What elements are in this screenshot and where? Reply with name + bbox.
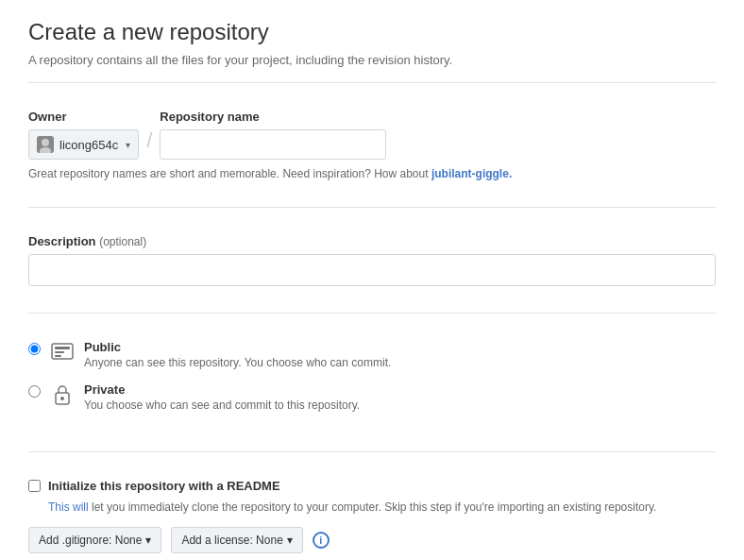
svg-rect-6	[55, 355, 61, 357]
license-dropdown-arrow: ▾	[287, 534, 293, 547]
init-description: This will let you immediately clone the …	[48, 499, 716, 516]
gitignore-dropdown-arrow: ▾	[145, 534, 151, 547]
license-btn-label: Add a license: None	[181, 534, 282, 547]
divider-visibility	[28, 313, 716, 314]
description-input[interactable]	[28, 254, 716, 286]
gitignore-btn-label: Add .gitignore: None	[39, 534, 142, 547]
optional-label: (optional)	[99, 235, 146, 248]
hint-text: Great repository names are short and mem…	[28, 167, 716, 180]
svg-rect-4	[55, 347, 70, 349]
public-content: Public Anyone can see this repository. Y…	[84, 340, 391, 369]
owner-label: Owner	[28, 110, 139, 124]
private-icon	[50, 382, 75, 407]
private-description: You choose who can see and commit to thi…	[84, 399, 360, 412]
private-label[interactable]: Private	[84, 382, 360, 397]
svg-point-8	[60, 397, 64, 400]
owner-repo-section: Owner licong654c ▾ / Repository name Gre…	[28, 94, 716, 195]
license-dropdown-btn[interactable]: Add a license: None ▾	[171, 527, 302, 553]
hint-before: Great repository names are short and mem…	[28, 167, 431, 180]
description-section: Description (optional)	[28, 219, 716, 301]
public-description: Anyone can see this repository. You choo…	[84, 356, 391, 369]
repo-name-field-group: Repository name	[160, 110, 386, 160]
public-icon	[50, 340, 75, 365]
owner-username: licong654c	[59, 138, 118, 152]
divider-top	[28, 82, 716, 83]
visibility-section: Public Anyone can see this repository. Y…	[28, 325, 716, 440]
owner-repo-row: Owner licong654c ▾ / Repository name	[28, 110, 716, 160]
page-title: Create a new repository	[28, 19, 716, 45]
divider-init	[28, 451, 716, 452]
owner-dropdown[interactable]: licong654c ▾	[28, 129, 139, 160]
public-label[interactable]: Public	[84, 340, 391, 354]
svg-rect-5	[55, 351, 64, 353]
public-radio[interactable]	[28, 343, 41, 355]
init-rest-text: let you immediately clone the repository…	[89, 501, 657, 514]
init-section: Initialize this repository with a README…	[28, 464, 716, 560]
divider-description	[28, 207, 716, 208]
page-subtitle: A repository contains all the files for …	[28, 53, 716, 67]
info-icon[interactable]: i	[313, 532, 330, 549]
owner-avatar	[37, 136, 54, 153]
init-will-text: This will	[48, 501, 89, 514]
init-checkbox-row: Initialize this repository with a README	[28, 479, 716, 493]
init-readme-label[interactable]: Initialize this repository with a README	[48, 479, 280, 493]
svg-point-1	[42, 139, 49, 146]
repo-name-label: Repository name	[160, 110, 386, 124]
repo-name-input[interactable]	[160, 129, 386, 160]
gitignore-dropdown-btn[interactable]: Add .gitignore: None ▾	[28, 527, 161, 553]
public-option: Public Anyone can see this repository. Y…	[28, 340, 716, 369]
owner-field-group: Owner licong654c ▾	[28, 110, 139, 160]
hint-suggestion-link[interactable]: jubilant-giggle.	[431, 167, 512, 180]
owner-dropdown-arrow: ▾	[126, 140, 130, 150]
private-radio[interactable]	[28, 385, 41, 398]
private-option: Private You choose who can see and commi…	[28, 382, 716, 412]
slash-separator: /	[139, 126, 160, 156]
dropdown-buttons: Add .gitignore: None ▾ Add a license: No…	[28, 527, 716, 553]
private-content: Private You choose who can see and commi…	[84, 382, 360, 412]
description-label: Description (optional)	[28, 234, 716, 248]
init-readme-checkbox[interactable]	[28, 480, 41, 492]
